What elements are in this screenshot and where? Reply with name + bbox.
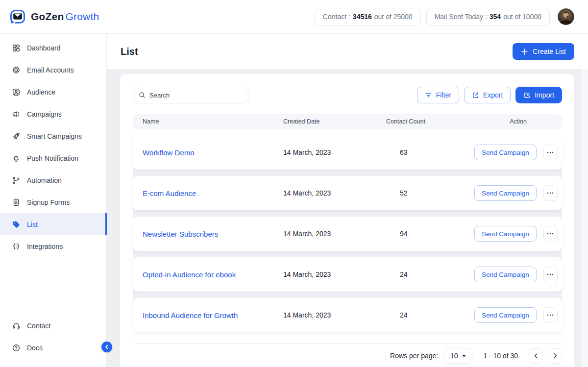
- send-campaign-button[interactable]: Send Campaign: [474, 307, 537, 323]
- sidebar-item-label: List: [27, 220, 38, 228]
- filter-lines-icon: [425, 92, 432, 99]
- envelope-loop-logo-icon: [9, 9, 26, 24]
- list-name-link[interactable]: Workflow Demo: [133, 148, 283, 157]
- column-header-contact-count: Contact Count: [386, 118, 474, 125]
- brand-logo[interactable]: GoZenGrowth: [9, 9, 99, 24]
- brand-name-secondary: Growth: [66, 11, 99, 22]
- sidebar-item-dashboard[interactable]: Dashboard: [0, 37, 106, 59]
- mail-sent-label: Mail Sent Today :: [435, 13, 487, 21]
- more-options-button[interactable]: [543, 226, 558, 242]
- toolbar-buttons: Filter Export Import: [417, 87, 562, 103]
- created-date: 14 March, 2023: [283, 230, 386, 238]
- table-toolbar: Filter Export Import: [133, 87, 562, 103]
- send-campaign-button[interactable]: Send Campaign: [474, 145, 537, 160]
- contact-count: 94: [386, 230, 474, 238]
- more-options-button[interactable]: [543, 307, 558, 323]
- send-campaign-button[interactable]: Send Campaign: [474, 185, 537, 201]
- column-header-name: Name: [133, 118, 283, 125]
- next-page-button[interactable]: [548, 348, 562, 364]
- table-body: Workflow Demo 14 March, 2023 63 Send Cam…: [133, 135, 562, 332]
- sidebar-collapse-button[interactable]: [101, 342, 112, 352]
- created-date: 14 March, 2023: [283, 311, 386, 319]
- list-name-link[interactable]: Inbound Audience for Growth: [133, 311, 283, 319]
- create-list-button[interactable]: Create List: [513, 43, 574, 60]
- scrollbar-track[interactable]: [582, 34, 588, 367]
- contact-quota-label: Contact :: [323, 13, 350, 21]
- contact-count: 52: [386, 189, 474, 197]
- send-campaign-button[interactable]: Send Campaign: [474, 226, 537, 242]
- main-content: List Create List: [107, 34, 588, 367]
- create-list-button-label: Create List: [533, 48, 566, 55]
- list-name-link[interactable]: E-com Audience: [133, 189, 283, 197]
- more-options-button[interactable]: [543, 185, 558, 201]
- sidebar-item-label: Dashboard: [27, 44, 61, 52]
- contact-count: 63: [386, 148, 474, 156]
- sidebar-item-label: Smart Campaigns: [27, 132, 82, 140]
- rows-per-page-value: 10: [450, 352, 458, 360]
- at-sign-icon: [12, 66, 21, 74]
- more-options-button[interactable]: [543, 267, 558, 282]
- column-header-action: Action: [474, 118, 562, 125]
- ellipsis-icon: [547, 233, 554, 235]
- more-options-button[interactable]: [543, 145, 558, 160]
- sidebar-item-email-accounts[interactable]: Email Accounts: [0, 59, 106, 81]
- sidebar-item-signup-forms[interactable]: Signup Forms: [0, 191, 106, 213]
- headset-icon: [12, 321, 21, 330]
- ellipsis-icon: [547, 151, 554, 153]
- list-name-link[interactable]: Opted-in Audience for ebook: [133, 270, 283, 279]
- export-arrow-icon: [472, 92, 479, 99]
- sidebar-item-label: Audience: [27, 88, 55, 96]
- sidebar-item-contact[interactable]: Contact: [0, 315, 106, 337]
- audience-icon: [12, 88, 21, 97]
- sidebar-item-push-notification[interactable]: Push Notification: [0, 147, 106, 169]
- sidebar: Dashboard Email Accounts Audience Campai…: [0, 34, 107, 367]
- brand-name: GoZenGrowth: [31, 11, 99, 23]
- user-avatar[interactable]: [558, 8, 574, 25]
- mail-sent-suffix: out of 10000: [503, 13, 541, 21]
- help-circle-icon: [12, 343, 21, 352]
- top-bar: GoZenGrowth Contact : 34516 out of 25000…: [0, 0, 588, 34]
- sidebar-item-integrations[interactable]: Integrations: [0, 235, 106, 257]
- sidebar-item-label: Integrations: [27, 243, 63, 250]
- created-date: 14 March, 2023: [283, 270, 386, 278]
- sidebar-item-label: Push Notification: [27, 154, 78, 162]
- created-date: 14 March, 2023: [283, 148, 386, 156]
- mail-sent-quota-badge: Mail Sent Today : 354 out of 10000: [426, 8, 550, 25]
- export-button[interactable]: Export: [464, 87, 511, 103]
- top-bar-right: Contact : 34516 out of 25000 Mail Sent T…: [309, 8, 574, 25]
- sidebar-item-campaigns[interactable]: Campaigns: [0, 103, 106, 125]
- search-box[interactable]: [133, 87, 248, 103]
- sidebar-item-audience[interactable]: Audience: [0, 81, 106, 103]
- contact-quota-suffix: out of 25000: [374, 13, 413, 21]
- chevron-left-icon: [104, 344, 109, 349]
- table-row: Newsletter Subscribers 14 March, 2023 94…: [133, 217, 562, 251]
- row-actions: Send Campaign: [474, 267, 562, 282]
- rows-per-page-select[interactable]: 10: [444, 348, 472, 364]
- send-campaign-button[interactable]: Send Campaign: [474, 267, 537, 282]
- filter-button[interactable]: Filter: [417, 87, 459, 103]
- integrations-icon: [12, 242, 21, 251]
- search-input[interactable]: [149, 92, 243, 99]
- chevron-right-icon: [552, 353, 558, 359]
- previous-page-button[interactable]: [529, 348, 543, 364]
- sidebar-item-automation[interactable]: Automation: [0, 169, 106, 191]
- megaphone-icon: [12, 110, 21, 119]
- sidebar-item-docs[interactable]: Docs: [0, 337, 106, 359]
- tag-icon: [12, 220, 21, 229]
- row-actions: Send Campaign: [474, 145, 562, 160]
- pagination-bar: Rows per page: 10 1 - 10 of 30: [133, 344, 562, 367]
- page-title: List: [121, 46, 138, 57]
- table-row: Workflow Demo 14 March, 2023 63 Send Cam…: [133, 135, 562, 170]
- sidebar-item-smart-campaigns[interactable]: Smart Campaigns: [0, 125, 106, 147]
- chevron-left-icon: [533, 353, 539, 359]
- rows-per-page-label: Rows per page:: [390, 352, 438, 360]
- list-name-link[interactable]: Newsletter Subscribers: [133, 230, 283, 238]
- content-area: Filter Export Import: [107, 69, 588, 367]
- import-arrow-icon: [523, 92, 531, 99]
- caret-down-icon: [462, 355, 466, 357]
- import-button[interactable]: Import: [515, 87, 562, 103]
- sidebar-item-label: Contact: [27, 322, 50, 330]
- sidebar-item-list[interactable]: List: [0, 213, 106, 235]
- mail-sent-value: 354: [490, 13, 501, 21]
- form-document-icon: [12, 198, 21, 207]
